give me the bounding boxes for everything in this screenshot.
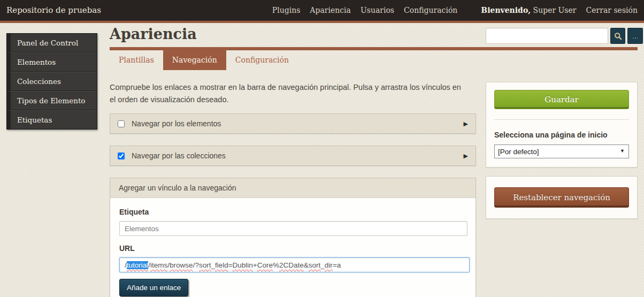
homepage-select[interactable]: [Por defecto] <box>494 144 629 158</box>
panel-divider <box>494 119 629 120</box>
sidebar-item-colecciones[interactable]: Colecciones <box>7 72 97 91</box>
url-input[interactable]: /tutorial/items/browse/?sort_field=Dubli… <box>119 257 470 272</box>
sidebar-item-etiquetas[interactable]: Etiquetas <box>7 110 97 129</box>
etiqueta-label: Etiqueta <box>119 208 466 216</box>
top-nav: Plugins Apariencia Usuarios Configuració… <box>272 6 638 14</box>
reset-navigation-button[interactable]: Restablecer navegación <box>494 187 629 208</box>
drawer-label: Navegar por los elementos <box>132 119 221 128</box>
save-button[interactable]: Guardar <box>494 90 629 109</box>
tab-configuracion[interactable]: Configuración <box>226 50 298 70</box>
navigation-settings-main: Compruebe los enlaces a mostrar en la ba… <box>110 81 476 297</box>
tab-navegacion[interactable]: Navegación <box>163 47 226 70</box>
add-link-panel-title: Agregar un vínculo a la navegación <box>110 178 476 198</box>
reset-panel: Restablecer navegación <box>486 176 638 219</box>
search-button[interactable] <box>610 28 626 44</box>
top-admin-bar: Repositorio de pruebas Plugins Aparienci… <box>0 0 644 20</box>
sidebar-item-panel-de-control[interactable]: Panel de Control <box>7 34 97 52</box>
sidebar-item-elementos[interactable]: Elementos <box>7 52 97 72</box>
appearance-tabs: Plantillas Navegación Configuración <box>110 50 298 70</box>
checkbox-navegar-colecciones[interactable] <box>118 153 125 159</box>
magnifier-icon <box>614 32 622 40</box>
page-title: Apariencia <box>110 26 197 42</box>
url-selected-text: tutorial <box>127 261 149 269</box>
add-link-button[interactable]: Añade un enlace <box>119 279 188 296</box>
site-title[interactable]: Repositorio de pruebas <box>6 5 101 15</box>
ellipsis-icon: ... <box>632 33 638 40</box>
etiqueta-input[interactable] <box>119 221 467 236</box>
tab-plantillas[interactable]: Plantillas <box>110 50 163 70</box>
drawer-label: Navegar por las colecciones <box>132 151 226 160</box>
chevron-right-icon[interactable]: ▶ <box>464 153 468 159</box>
top-nav-configuracion[interactable]: Configuración <box>404 6 457 14</box>
add-link-panel: Agregar un vínculo a la navegación Etiqu… <box>110 178 476 297</box>
add-link-form: Etiqueta URL /tutorial/items/browse/?sor… <box>110 198 476 297</box>
sidebar-item-tipos-de-elemento[interactable]: Tipos de Elemento <box>7 91 97 110</box>
header-accent-line <box>0 20 644 23</box>
navigation-description: Compruebe los enlaces a mostrar en la ba… <box>110 81 468 106</box>
drawer-navegar-colecciones[interactable]: Navegar por las colecciones ▶ <box>110 146 476 166</box>
advanced-search-button[interactable]: ... <box>627 28 643 44</box>
checkbox-navegar-elementos[interactable] <box>118 120 125 127</box>
admin-sidebar: Panel de Control Elementos Colecciones T… <box>6 33 97 130</box>
save-panel: Guardar Selecciona una página de inicio … <box>486 82 638 167</box>
homepage-select-wrap: [Por defecto] ▼ <box>494 144 629 158</box>
homepage-select-label: Selecciona una página de inicio <box>494 131 629 139</box>
search-input[interactable] <box>486 28 608 44</box>
right-sidebar: Guardar Selecciona una página de inicio … <box>486 82 638 227</box>
search-bar: ... <box>486 28 643 44</box>
welcome-text: Bienvenido, Super User <box>481 6 576 14</box>
url-label: URL <box>119 244 466 253</box>
logout-link[interactable]: Cerrar sesión <box>586 6 638 14</box>
top-nav-plugins[interactable]: Plugins <box>272 6 301 14</box>
top-nav-usuarios[interactable]: Usuarios <box>361 6 394 14</box>
drawer-navegar-elementos[interactable]: Navegar por los elementos ▶ <box>110 113 476 134</box>
top-nav-apariencia[interactable]: Apariencia <box>310 6 351 14</box>
chevron-right-icon[interactable]: ▶ <box>464 120 468 127</box>
